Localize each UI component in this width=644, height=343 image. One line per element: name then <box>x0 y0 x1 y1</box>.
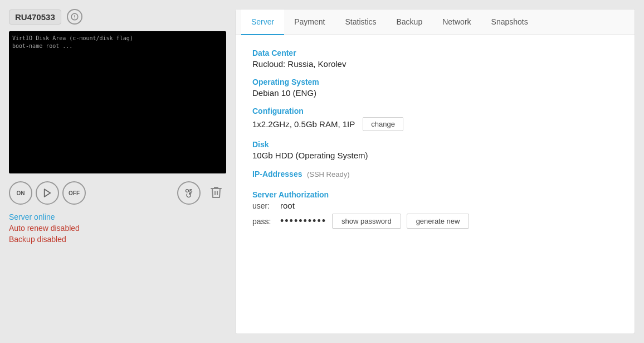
server-title-bar: RU470533 <box>9 9 226 25</box>
main-layout: RU470533 VirtIO Disk Area (c-mount/disk … <box>0 0 644 343</box>
svg-marker-3 <box>45 189 51 197</box>
disk-label: Disk <box>252 140 618 149</box>
generate-new-button[interactable]: generate new <box>407 214 470 229</box>
tab-statistics[interactable]: Statistics <box>335 9 386 35</box>
config-row: 1x2.2GHz, 0.5Gb RAM, 1IP change <box>252 117 618 131</box>
server-online-status: Server online <box>9 212 226 221</box>
server-id-badge: RU470533 <box>9 9 61 25</box>
os-label: Operating System <box>252 78 618 86</box>
auth-label: Server Authorization <box>252 190 618 199</box>
right-panel: Server Payment Statistics Backup Network… <box>235 9 635 334</box>
ip-row: IP-Addresses (SSH Ready) <box>252 169 618 179</box>
os-value: Debian 10 (ENG) <box>252 88 618 98</box>
ip-label: IP-Addresses <box>252 170 302 178</box>
pass-key: pass: <box>252 217 275 226</box>
backup-status: Backup disabled <box>9 235 226 244</box>
pass-row: pass: •••••••••• show password generate … <box>252 214 618 229</box>
tab-payment[interactable]: Payment <box>284 9 335 35</box>
console-text: VirtIO Disk Area (c-mount/disk flag) boo… <box>9 31 226 54</box>
change-config-button[interactable]: change <box>363 117 403 131</box>
power-on-button[interactable]: ON <box>9 181 32 205</box>
user-key: user: <box>252 201 275 210</box>
tab-server[interactable]: Server <box>241 9 284 35</box>
datacenter-label: Data Center <box>252 49 618 57</box>
restart-button[interactable] <box>36 181 59 205</box>
left-panel: RU470533 VirtIO Disk Area (c-mount/disk … <box>9 9 226 334</box>
tab-backup[interactable]: Backup <box>387 9 433 35</box>
user-value: root <box>280 201 295 210</box>
power-controls: ON OFF <box>9 181 86 205</box>
tab-snapshots[interactable]: Snapshots <box>481 9 538 35</box>
server-content-area: Data Center Rucloud: Russia, Korolev Ope… <box>236 35 635 334</box>
reload-arrow-icon: ↺ <box>186 191 192 200</box>
ip-suffix: (SSH Ready) <box>307 170 350 178</box>
config-value: 1x2.2GHz, 0.5Gb RAM, 1IP <box>252 119 355 129</box>
tabs-bar: Server Payment Statistics Backup Network… <box>236 9 635 35</box>
os-reload-button[interactable]: OS ↺ <box>177 181 201 205</box>
extra-controls: OS ↺ <box>177 181 226 205</box>
tab-network[interactable]: Network <box>432 9 481 35</box>
datacenter-value: Rucloud: Russia, Korolev <box>252 59 618 69</box>
disk-value: 10Gb HDD (Operating System) <box>252 151 618 160</box>
delete-button[interactable] <box>206 181 226 205</box>
user-row: user: root <box>252 201 618 210</box>
power-off-button[interactable]: OFF <box>62 181 86 205</box>
password-dots: •••••••••• <box>280 215 326 227</box>
config-label: Configuration <box>252 107 618 115</box>
auth-section: Server Authorization user: root pass: ••… <box>252 190 618 229</box>
controls-row: ON OFF OS ↺ <box>9 181 226 205</box>
auto-renew-status: Auto renew disabled <box>9 224 226 233</box>
edit-icon-button[interactable] <box>67 9 82 25</box>
status-lines: Server online Auto renew disabled Backup… <box>9 212 226 244</box>
show-password-button[interactable]: show password <box>332 214 401 229</box>
console-preview[interactable]: VirtIO Disk Area (c-mount/disk flag) boo… <box>9 31 226 173</box>
